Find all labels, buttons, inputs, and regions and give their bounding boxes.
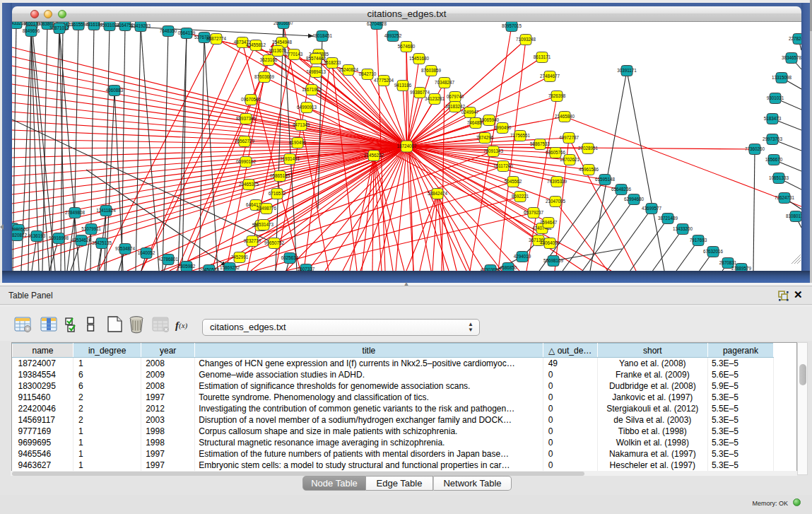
svg-text:78820812: 78820812: [12, 233, 27, 238]
svg-text:47775204: 47775204: [374, 78, 394, 83]
svg-text:21456232: 21456232: [364, 153, 384, 158]
svg-text:4060883: 4060883: [106, 88, 124, 93]
svg-text:90916998: 90916998: [49, 235, 69, 240]
svg-text:7826398: 7826398: [548, 93, 566, 98]
svg-text:93534874: 93534874: [115, 246, 136, 251]
svg-text:4471349: 4471349: [293, 122, 310, 127]
svg-text:13315098: 13315098: [772, 75, 792, 80]
svg-text:(x): (x): [179, 321, 188, 330]
svg-text:1640052: 1640052: [138, 250, 155, 255]
svg-text:06990162: 06990162: [236, 159, 257, 164]
svg-text:9136193: 9136193: [28, 233, 46, 238]
svg-text:74395339: 74395339: [547, 179, 567, 184]
svg-text:12411824: 12411824: [96, 208, 116, 213]
svg-text:7917693: 7917693: [690, 238, 707, 243]
svg-text:0564139: 0564139: [178, 30, 196, 35]
svg-text:6716572: 6716572: [269, 191, 286, 196]
svg-text:6025634: 6025634: [281, 255, 299, 260]
svg-text:62704828: 62704828: [367, 22, 387, 26]
svg-text:8313678: 8313678: [269, 48, 287, 53]
svg-text:8692221: 8692221: [512, 194, 529, 199]
svg-text:43455812: 43455812: [246, 42, 266, 47]
svg-text:4893252: 4893252: [384, 33, 402, 38]
svg-text:16117240: 16117240: [493, 163, 513, 168]
svg-text:43699577: 43699577: [642, 206, 662, 211]
svg-text:86872774: 86872774: [206, 36, 227, 41]
svg-text:58867533: 58867533: [530, 141, 551, 146]
svg-text:43303654: 43303654: [481, 267, 501, 271]
svg-text:21465840: 21465840: [555, 114, 575, 119]
svg-text:44064090: 44064090: [540, 240, 560, 245]
svg-text:27849808: 27849808: [65, 210, 86, 215]
svg-text:7770143: 7770143: [286, 52, 303, 57]
svg-text:65648236: 65648236: [611, 187, 632, 192]
svg-text:7594647: 7594647: [540, 220, 558, 225]
svg-text:11671902: 11671902: [302, 87, 322, 92]
svg-text:87603859: 87603859: [421, 68, 442, 73]
svg-text:2805982: 2805982: [178, 264, 196, 269]
svg-text:3623166: 3623166: [260, 57, 278, 62]
svg-text:31931491: 31931491: [280, 156, 300, 161]
svg-text:2870831: 2870831: [719, 260, 737, 265]
svg-text:87603669: 87603669: [254, 74, 275, 79]
svg-text:38425135: 38425135: [92, 240, 112, 245]
svg-text:67632016: 67632016: [703, 249, 724, 254]
svg-text:30391171: 30391171: [617, 68, 637, 73]
svg-text:13433200: 13433200: [673, 226, 693, 231]
svg-text:4586850: 4586850: [500, 265, 517, 270]
svg-text:9301031: 9301031: [767, 95, 784, 100]
svg-text:35454948: 35454948: [272, 40, 293, 45]
svg-text:20450533: 20450533: [199, 267, 220, 271]
svg-text:99386774: 99386774: [410, 90, 430, 95]
svg-text:27889579: 27889579: [731, 266, 752, 271]
svg-text:77360260: 77360260: [745, 146, 765, 151]
svg-text:4294019: 4294019: [514, 254, 531, 259]
svg-text:9413186: 9413186: [394, 83, 412, 88]
svg-text:09670546: 09670546: [241, 97, 261, 102]
svg-text:38721489: 38721489: [658, 216, 678, 221]
svg-text:21047095: 21047095: [546, 199, 566, 204]
svg-text:27484677: 27484677: [540, 74, 560, 78]
svg-text:71756551: 71756551: [510, 133, 531, 138]
svg-text:18702621: 18702621: [560, 157, 580, 162]
svg-text:70348247: 70348247: [435, 80, 455, 85]
svg-text:8613171: 8613171: [534, 54, 551, 59]
svg-text:35240824: 35240824: [339, 67, 359, 72]
svg-text:18724007: 18724007: [396, 144, 417, 148]
svg-text:55698169: 55698169: [543, 258, 564, 263]
svg-text:4190496: 4190496: [289, 140, 307, 145]
svg-text:7648350: 7648350: [160, 28, 177, 33]
svg-text:45961586: 45961586: [579, 167, 599, 172]
svg-text:15869232: 15869232: [220, 265, 240, 270]
svg-text:19065940: 19065940: [479, 117, 500, 122]
svg-text:49972787: 49972787: [559, 135, 579, 140]
svg-text:32871012: 32871012: [49, 25, 70, 30]
svg-text:61595148: 61595148: [595, 177, 616, 182]
svg-text:88937346: 88937346: [236, 116, 257, 121]
svg-text:28498776: 28498776: [257, 206, 277, 211]
svg-text:27028951: 27028951: [578, 146, 599, 151]
svg-text:64990913: 64990913: [297, 105, 317, 110]
svg-text:71093248: 71093248: [516, 37, 536, 42]
svg-text:9232719: 9232719: [244, 238, 261, 243]
svg-text:81080132: 81080132: [786, 214, 801, 218]
svg-text:7452991: 7452991: [231, 255, 249, 259]
svg-text:20465375: 20465375: [239, 182, 259, 187]
svg-text:36183242: 36183242: [445, 104, 466, 109]
svg-text:29973763: 29973763: [763, 136, 783, 141]
svg-text:1656670: 1656670: [765, 157, 783, 162]
svg-text:48018451: 48018451: [312, 33, 333, 38]
svg-text:72624731: 72624731: [775, 195, 795, 200]
svg-text:05865185: 05865185: [270, 173, 290, 178]
svg-text:0249947: 0249947: [461, 110, 479, 115]
svg-text:5045562: 5045562: [505, 179, 522, 184]
svg-text:43534624: 43534624: [71, 238, 92, 243]
svg-text:51079911: 51079911: [81, 226, 101, 231]
svg-text:26916697: 26916697: [273, 22, 294, 25]
svg-text:3518233: 3518233: [324, 60, 341, 65]
svg-text:7874296: 7874296: [476, 135, 494, 140]
svg-text:99650752: 99650752: [264, 240, 285, 245]
svg-text:0679740: 0679740: [447, 94, 464, 99]
svg-text:94531473: 94531473: [254, 222, 274, 227]
svg-text:10651333: 10651333: [769, 175, 789, 180]
